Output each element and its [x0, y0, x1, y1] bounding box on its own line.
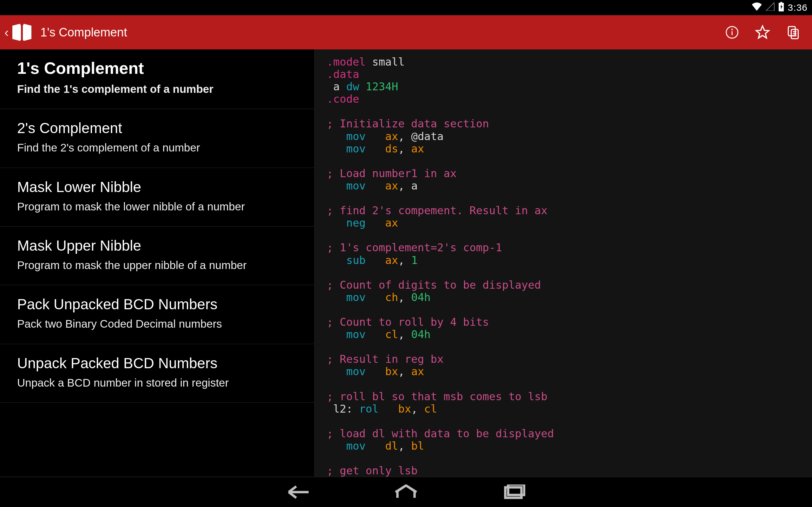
code-line: [327, 229, 799, 241]
code-token: .model: [327, 55, 366, 68]
sidebar-item-title: Pack Unpacked BCD Numbers: [17, 296, 297, 313]
sidebar-item[interactable]: 1's ComplementFind the 1's complement of…: [0, 49, 314, 109]
code-token: [327, 254, 346, 267]
code-line: [327, 105, 799, 118]
code-token: [327, 142, 346, 155]
code-token: mov: [346, 328, 365, 341]
sidebar-item-subtitle: Program to mask the lower nibble of a nu…: [17, 199, 297, 214]
code-token: ,: [398, 254, 411, 267]
code-token: [327, 216, 346, 229]
code-line: .model small: [327, 56, 799, 68]
code-token: .code: [327, 93, 359, 105]
code-token: ax: [385, 130, 398, 143]
code-token: mov: [346, 130, 365, 143]
battery-charging-icon: [778, 2, 784, 14]
android-nav-bar: [0, 476, 812, 507]
code-line: mov ds, ax: [327, 143, 799, 155]
sidebar-item-title: Mask Upper Nibble: [17, 237, 297, 254]
sidebar-item-subtitle: Program to mask the upper nibble of a nu…: [17, 258, 297, 273]
program-list[interactable]: 1's ComplementFind the 1's complement of…: [0, 49, 314, 476]
code-line: ; Count to roll by 4 bits: [327, 316, 799, 328]
sidebar-item[interactable]: Unpack Packed BCD NumbersUnpack a BCD nu…: [0, 344, 314, 403]
back-chevron-icon[interactable]: ‹: [4, 25, 10, 40]
code-token: cl: [424, 402, 437, 415]
code-viewer[interactable]: .model small.data a dw 1234H.code ; Init…: [314, 49, 812, 476]
code-token: [366, 365, 385, 378]
sidebar-item[interactable]: Mask Upper NibbleProgram to mask the upp…: [0, 227, 314, 285]
code-line: [327, 341, 799, 353]
code-line: ; Load number1 in ax: [327, 167, 799, 180]
code-token: [327, 440, 346, 452]
code-token: dl: [385, 440, 398, 452]
code-token: ax: [385, 179, 398, 192]
code-token: neg: [346, 216, 365, 229]
code-token: ,: [398, 365, 411, 378]
svg-point-4: [732, 29, 732, 30]
favorite-button[interactable]: [751, 21, 774, 44]
code-token: [366, 440, 385, 452]
code-token: .data: [327, 68, 359, 80]
code-token: ,: [398, 291, 411, 303]
code-token: rol: [359, 402, 378, 415]
code-line: [327, 155, 799, 167]
code-token: ch: [385, 291, 398, 303]
code-token: [366, 328, 385, 341]
code-token: ; Count to roll by 4 bits: [327, 316, 489, 328]
code-line: a dw 1234H: [327, 80, 799, 93]
code-line: mov bx, ax: [327, 365, 799, 378]
code-token: ax: [385, 216, 398, 229]
code-token: mov: [346, 440, 365, 452]
code-line: [327, 378, 799, 390]
code-line: ; Result in reg bx: [327, 353, 799, 365]
sidebar-item[interactable]: 2's ComplementFind the 2's complement of…: [0, 109, 314, 168]
code-line: mov ch, 04h: [327, 291, 799, 303]
sidebar-item[interactable]: Mask Lower NibbleProgram to mask the low…: [0, 168, 314, 227]
code-token: [327, 328, 346, 341]
sidebar-item-subtitle: Pack two Binary Coded Decimal numbers: [17, 317, 297, 331]
code-token: 1234H: [366, 80, 398, 93]
code-token: ax: [385, 254, 398, 267]
code-token: small: [366, 55, 405, 68]
svg-rect-5: [788, 26, 795, 36]
code-token: ; roll bl so that msb comes to lsb: [327, 390, 548, 403]
code-token: mov: [346, 365, 365, 378]
app-logo-icon[interactable]: [10, 23, 33, 41]
nav-back-button[interactable]: [279, 481, 317, 504]
code-line: [327, 192, 799, 205]
code-token: ; Initialize data section: [327, 117, 489, 130]
copy-button[interactable]: [781, 21, 804, 44]
info-button[interactable]: [721, 21, 744, 44]
wifi-icon: [752, 2, 762, 13]
status-clock: 3:36: [788, 2, 808, 13]
code-token: a: [411, 179, 417, 192]
code-line: .code: [327, 93, 799, 105]
code-token: 04h: [411, 328, 430, 341]
code-token: 1: [411, 254, 417, 267]
code-line: [327, 303, 799, 316]
code-token: [366, 130, 385, 143]
code-token: ; Load number1 in ax: [327, 167, 456, 180]
code-token: [366, 216, 385, 229]
nav-recents-button[interactable]: [495, 481, 533, 504]
code-line: ; Initialize data section: [327, 118, 799, 130]
code-token: ,: [398, 440, 411, 452]
code-line: ; load dl with data to be displayed: [327, 428, 799, 440]
nav-home-button[interactable]: [387, 481, 425, 504]
code-token: dw: [346, 80, 365, 93]
code-token: ,: [398, 142, 411, 155]
code-line: .data: [327, 68, 799, 80]
code-line: [327, 415, 799, 428]
sidebar-item-title: Unpack Packed BCD Numbers: [17, 355, 297, 372]
code-line: ; Count of digits to be displayed: [327, 279, 799, 291]
code-line: [327, 452, 799, 464]
sidebar-item-title: 2's Complement: [17, 120, 297, 136]
code-line: mov ax, a: [327, 180, 799, 192]
code-token: a: [327, 80, 346, 93]
code-token: ; 1's complement=2's comp-1: [327, 241, 502, 254]
code-token: ax: [411, 142, 424, 155]
code-line: ; roll bl so that msb comes to lsb: [327, 390, 799, 403]
code-token: bx: [385, 365, 398, 378]
sidebar-item[interactable]: Pack Unpacked BCD NumbersPack two Binary…: [0, 285, 314, 344]
code-token: [327, 179, 346, 192]
code-line: ; get only lsb: [327, 464, 799, 476]
